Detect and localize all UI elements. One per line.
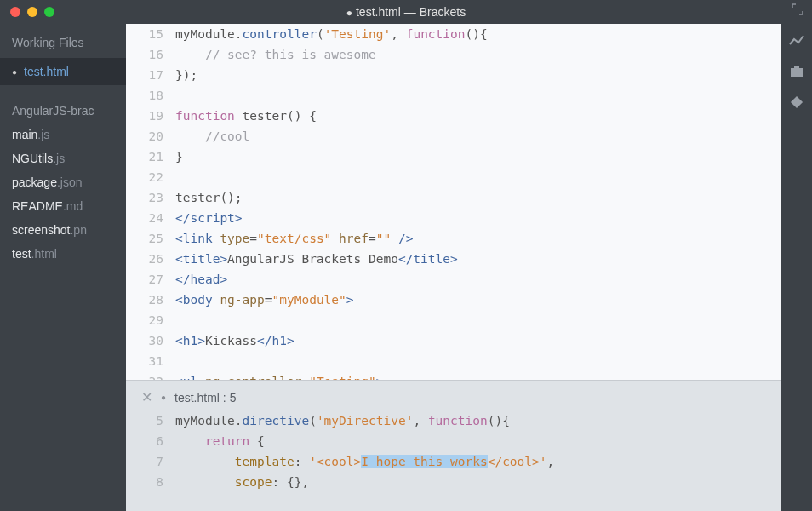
file-list: main.jsNGUtils.jspackage.jsonREADME.mdsc… <box>0 123 126 266</box>
code-line[interactable]: 22 <box>126 167 781 187</box>
quick-edit-filename: test.html : 5 <box>174 391 236 405</box>
line-number: 6 <box>126 431 175 451</box>
working-files-header: Working Files <box>0 24 126 58</box>
line-number: 29 <box>126 310 175 330</box>
line-number: 5 <box>126 411 175 431</box>
line-number: 30 <box>126 330 175 351</box>
line-number: 31 <box>126 351 175 371</box>
line-number: 27 <box>126 269 175 290</box>
line-number: 22 <box>126 167 175 187</box>
editor-area: 15myModule.controller('Testing', functio… <box>126 24 781 511</box>
live-preview-icon[interactable] <box>788 32 805 49</box>
file-list-item[interactable]: screenshot.pn <box>12 218 114 242</box>
quick-edit-tab: ✕ ● test.html : 5 <box>126 381 781 411</box>
close-icon[interactable]: ✕ <box>141 389 152 405</box>
modified-dot-icon: ● <box>12 67 17 77</box>
file-list-item[interactable]: test.html <box>12 242 114 266</box>
line-number: 19 <box>126 106 175 126</box>
code-line[interactable]: 19function tester() { <box>126 106 781 126</box>
line-number: 7 <box>126 451 175 472</box>
line-number: 18 <box>126 85 175 106</box>
code-line[interactable]: 26<title>AngularJS Brackets Demo</title> <box>126 249 781 269</box>
code-line[interactable]: 32<ul ng-controller="Testing"> <box>126 371 781 380</box>
line-number: 23 <box>126 187 175 208</box>
line-number: 17 <box>126 65 175 85</box>
code-line[interactable]: 20 //cool <box>126 126 781 146</box>
line-number: 21 <box>126 146 175 167</box>
line-number: 32 <box>126 371 175 380</box>
quick-edit-code[interactable]: 5myModule.directive('myDirective', funct… <box>126 411 781 492</box>
titlebar: ● test.html — Brackets <box>0 0 812 24</box>
code-line[interactable]: 6 return { <box>126 431 781 451</box>
svg-rect-1 <box>794 66 799 68</box>
working-file-name: test.html <box>24 65 69 78</box>
file-list-item[interactable]: package.json <box>12 170 114 194</box>
fullscreen-icon[interactable] <box>792 3 803 18</box>
line-number: 28 <box>126 290 175 310</box>
code-line[interactable]: 24</script> <box>126 208 781 228</box>
code-line[interactable]: 30<h1>Kickass</h1> <box>126 330 781 351</box>
diamond-icon[interactable] <box>788 94 805 111</box>
code-line[interactable]: 17}); <box>126 65 781 85</box>
code-line[interactable]: 21} <box>126 146 781 167</box>
code-line[interactable]: 8 scope: {}, <box>126 472 781 492</box>
line-number: 24 <box>126 208 175 228</box>
line-number: 26 <box>126 249 175 269</box>
file-list-item[interactable]: README.md <box>12 194 114 218</box>
sidebar: Working Files ● test.html AngularJS-brac… <box>0 24 126 511</box>
project-name[interactable]: AngularJS-brac <box>0 85 126 123</box>
line-number: 16 <box>126 44 175 65</box>
modified-dot-icon: ● <box>161 393 166 402</box>
code-line[interactable]: 27</head> <box>126 269 781 290</box>
window-title: ● test.html — Brackets <box>0 5 812 19</box>
editor-pane[interactable]: 15myModule.controller('Testing', functio… <box>126 24 781 380</box>
working-file-active[interactable]: ● test.html <box>0 58 126 85</box>
quick-edit-pane: ✕ ● test.html : 5 5myModule.directive('m… <box>126 380 781 511</box>
window-title-text: test.html — Brackets <box>356 5 466 19</box>
line-number: 20 <box>126 126 175 146</box>
code-line[interactable]: 29 <box>126 310 781 330</box>
code-line[interactable]: 7 template: '<cool>I hope this works</co… <box>126 451 781 472</box>
code-line[interactable]: 28<body ng-app="myModule"> <box>126 290 781 310</box>
line-number: 8 <box>126 472 175 492</box>
code-line[interactable]: 31 <box>126 351 781 371</box>
code-line[interactable]: 23tester(); <box>126 187 781 208</box>
svg-rect-2 <box>791 96 803 108</box>
line-number: 15 <box>126 24 175 44</box>
line-number: 25 <box>126 228 175 249</box>
svg-rect-0 <box>791 68 803 77</box>
file-list-item[interactable]: main.js <box>12 123 114 146</box>
main-area: Working Files ● test.html AngularJS-brac… <box>0 24 812 511</box>
code-line[interactable]: 16 // see? this is awesome <box>126 44 781 65</box>
code-line[interactable]: 25<link type="text/css" href="" /> <box>126 228 781 249</box>
code-line[interactable]: 5myModule.directive('myDirective', funct… <box>126 411 781 431</box>
right-rail <box>781 24 812 511</box>
file-list-item[interactable]: NGUtils.js <box>12 146 114 170</box>
extension-manager-icon[interactable] <box>788 63 805 80</box>
code-line[interactable]: 15myModule.controller('Testing', functio… <box>126 24 781 44</box>
code-line[interactable]: 18 <box>126 85 781 106</box>
